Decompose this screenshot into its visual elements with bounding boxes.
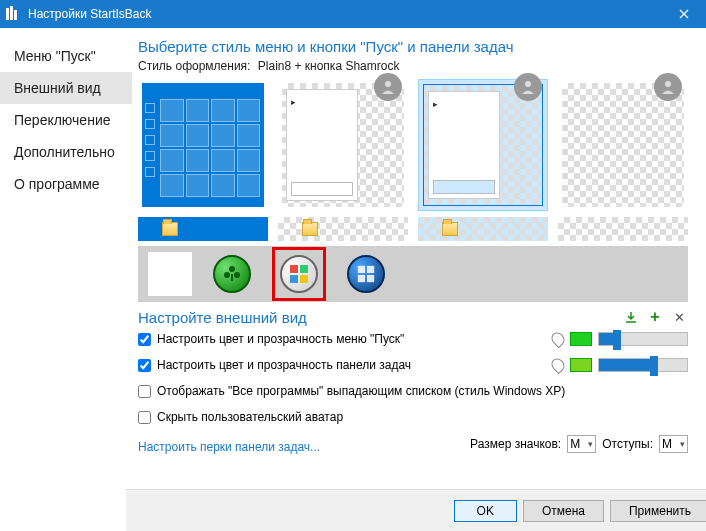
main-panel: Выберите стиль меню и кнопки "Пуск" и па… — [132, 28, 706, 531]
color-swatch-taskbar[interactable] — [570, 358, 592, 372]
svg-point-8 — [234, 272, 240, 278]
window-title: Настройки StartIsBack — [28, 7, 661, 21]
theme2-taskbar — [278, 217, 408, 241]
icon-size-dropdown[interactable]: M▾ — [567, 435, 596, 453]
page-heading: Выберите стиль меню и кнопки "Пуск" и па… — [138, 38, 688, 55]
svg-point-4 — [525, 81, 531, 87]
slider-taskbar-opacity[interactable] — [598, 358, 688, 372]
eyedropper-icon[interactable] — [549, 330, 567, 348]
svg-point-5 — [665, 81, 671, 87]
sidebar-item-about[interactable]: О программе — [0, 168, 132, 200]
orb-win7-color[interactable] — [272, 247, 326, 301]
apply-button[interactable]: Применить — [610, 500, 706, 522]
folder-icon — [442, 222, 458, 236]
folder-icon — [162, 222, 178, 236]
theme-gallery: ▸ ▸ — [138, 79, 688, 244]
close-icon[interactable]: ✕ — [670, 308, 688, 326]
row-menu-color: Настроить цвет и прозрачность меню "Пуск… — [138, 326, 688, 352]
style-label: Стиль оформления: — [138, 59, 250, 73]
sidebar: Меню "Пуск" Внешний вид Переключение Доп… — [0, 28, 132, 531]
close-button[interactable] — [661, 0, 706, 28]
style-line: Стиль оформления: Plain8 + кнопка Shamro… — [138, 59, 688, 73]
checkbox-taskbar-color[interactable]: Настроить цвет и прозрачность панели зад… — [138, 358, 411, 372]
taskbar-perks-link[interactable]: Настроить перки панели задач... — [138, 440, 320, 454]
checkbox-all-programs[interactable]: Отображать "Все программы" выпадающим сп… — [138, 384, 565, 398]
svg-point-3 — [385, 81, 391, 87]
download-icon[interactable] — [622, 308, 640, 326]
style-value: Plain8 + кнопка Shamrock — [258, 59, 400, 73]
svg-point-7 — [224, 272, 230, 278]
sidebar-item-advanced[interactable]: Дополнительно — [0, 136, 132, 168]
theme-option-4[interactable] — [558, 79, 688, 244]
checkbox-menu-color[interactable]: Настроить цвет и прозрачность меню "Пуск… — [138, 332, 404, 346]
plus-icon[interactable]: + — [646, 308, 664, 326]
avatar-icon — [514, 73, 542, 101]
row-taskbar-color: Настроить цвет и прозрачность панели зад… — [138, 352, 688, 378]
row-all-programs: Отображать "Все программы" выпадающим сп… — [138, 378, 688, 404]
sidebar-item-switching[interactable]: Переключение — [0, 104, 132, 136]
svg-rect-9 — [231, 274, 233, 281]
orb-shamrock[interactable] — [210, 252, 254, 296]
cancel-button[interactable]: Отмена — [523, 500, 604, 522]
dialog-footer: OK Отмена Применить — [126, 489, 706, 531]
theme-option-3[interactable]: ▸ — [418, 79, 548, 244]
icon-size-label: Размер значков: — [470, 437, 561, 451]
slider-menu-opacity[interactable] — [598, 332, 688, 346]
svg-rect-1 — [10, 6, 13, 20]
svg-rect-2 — [14, 10, 17, 20]
margins-dropdown[interactable]: M▾ — [659, 435, 688, 453]
svg-rect-0 — [6, 8, 9, 20]
appearance-section-heading: Настройте внешний вид + ✕ — [138, 308, 688, 326]
orb-windows-logo[interactable] — [148, 252, 192, 296]
appearance-heading-text: Настройте внешний вид — [138, 309, 307, 326]
folder-icon — [302, 222, 318, 236]
titlebar: Настройки StartIsBack — [0, 0, 706, 28]
theme-option-2[interactable]: ▸ — [278, 79, 408, 244]
theme-option-1[interactable] — [138, 79, 268, 244]
margins-label: Отступы: — [602, 437, 653, 451]
svg-point-6 — [229, 266, 235, 272]
sidebar-item-start-menu[interactable]: Меню "Пуск" — [0, 40, 132, 72]
checkbox-hide-avatar[interactable]: Скрыть пользовательский аватар — [138, 410, 343, 424]
app-icon — [6, 6, 22, 22]
color-swatch-menu[interactable] — [570, 332, 592, 346]
orb-row — [138, 246, 688, 302]
avatar-icon — [374, 73, 402, 101]
theme4-taskbar — [558, 217, 688, 241]
orb-win7-blue[interactable] — [344, 252, 388, 296]
row-hide-avatar: Скрыть пользовательский аватар — [138, 404, 688, 430]
ok-button[interactable]: OK — [454, 500, 517, 522]
theme1-taskbar — [138, 217, 268, 241]
theme3-taskbar — [418, 217, 548, 241]
eyedropper-icon[interactable] — [549, 356, 567, 374]
sidebar-item-appearance[interactable]: Внешний вид — [0, 72, 132, 104]
avatar-icon — [654, 73, 682, 101]
